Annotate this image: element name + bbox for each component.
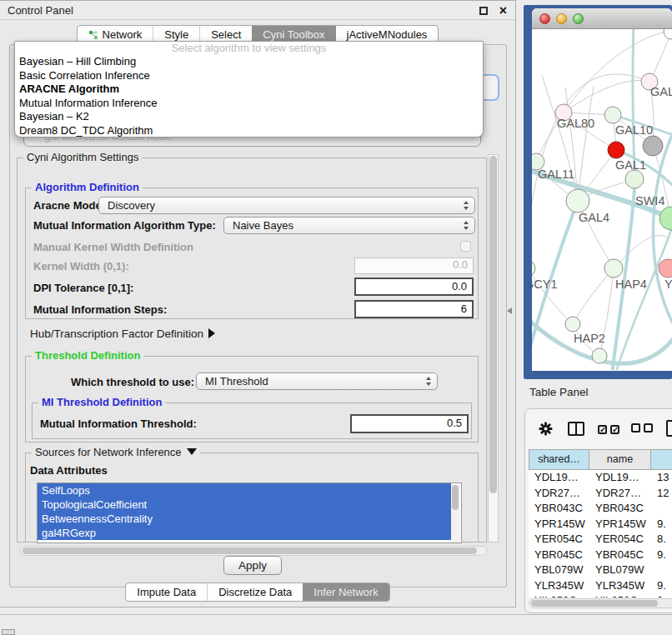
cell: 8. [651, 532, 672, 548]
cell: YDR27… [529, 486, 589, 502]
cell [651, 501, 672, 517]
mi-steps-field[interactable]: 6 [354, 300, 474, 318]
split-columns-icon[interactable] [568, 422, 584, 436]
stepper-arrows-icon [464, 201, 469, 210]
node-label: GAL [650, 85, 672, 98]
list-item[interactable]: BetweennessCentrality [38, 512, 451, 526]
checked-box-icon: ✓ [598, 425, 607, 434]
column-header-third[interactable] [651, 449, 672, 470]
bottom-tab-group: Impute Data Discretize Data Infer Networ… [125, 582, 389, 602]
bottom-left-stub-button[interactable] [2, 629, 15, 635]
node-gray[interactable] [643, 136, 663, 156]
network-canvas[interactable]: GAL GAL80 GAL10 GAL1 GAL11 SWI4 GAL4 GCY… [532, 29, 672, 370]
manual-kernel-checkbox[interactable] [460, 241, 471, 252]
cell: YER054C [529, 532, 589, 548]
table-row[interactable]: YDR27…YDR27…12 [529, 486, 672, 502]
tab-infer-network-label: Infer Network [313, 586, 378, 598]
algorithm-option[interactable]: Bayesian – Hill Climbing [15, 55, 483, 69]
threshold-definition-title: Threshold Definition [32, 350, 143, 362]
settings-horizontal-scrollbar[interactable] [20, 546, 487, 556]
bottom-tabstrip: Impute Data Discretize Data Infer Networ… [0, 582, 515, 602]
node-salmon[interactable] [659, 259, 672, 278]
kernel-width-label: Kernel Width (0,1): [33, 260, 129, 272]
list-item[interactable]: gal4RGexp [38, 526, 451, 540]
table-row[interactable]: YDL19…YDL19…13 [529, 470, 672, 486]
table-hscroll-thumb[interactable] [531, 600, 658, 607]
dpi-tolerance-field[interactable]: 0.0 [354, 278, 474, 296]
node-hap2[interactable] [565, 317, 580, 332]
table-row[interactable]: YLR345WYLR345W9. [529, 578, 672, 594]
zoom-traffic-light-icon[interactable] [573, 13, 584, 24]
table-row[interactable]: YBR043CYBR043C [529, 501, 672, 517]
algorithm-option-selected[interactable]: ARACNE Algorithm [15, 82, 483, 97]
table-body: YDL19…YDL19…13 YDR27…YDR27…12 YBR043CYBR… [529, 470, 672, 598]
close-icon[interactable]: × [499, 2, 507, 20]
table-row[interactable]: YIL052CYIL052C9 [529, 593, 672, 598]
node-gal1-selected[interactable] [608, 142, 624, 158]
tab-infer-network[interactable]: Infer Network [303, 583, 389, 601]
node-bright-green[interactable] [659, 207, 672, 230]
algorithm-option[interactable]: Bayesian – K2 [15, 110, 483, 124]
unchecked-box-icon [631, 423, 640, 432]
settings-hscroll-thumb[interactable] [23, 548, 477, 554]
tab-impute-data[interactable]: Impute Data [126, 583, 207, 601]
checked-box-icon: ✓ [610, 425, 619, 434]
list-item[interactable]: TopologicalCoefficient [38, 498, 451, 512]
cell: YDR27… [589, 486, 651, 502]
cell: YBR043C [529, 501, 589, 517]
node-label: GAL80 [557, 117, 594, 130]
gear-icon[interactable] [539, 422, 553, 436]
stepper-arrows-icon [426, 377, 431, 386]
cell: YBR045C [589, 548, 651, 563]
close-traffic-light-icon[interactable] [539, 13, 550, 24]
cell: YPR145W [529, 517, 589, 532]
node-label: GAL1 [615, 158, 646, 172]
algorithm-dropdown-placeholder: Select algorithm to view settings [15, 42, 483, 55]
list-vertical-scrollbar[interactable] [451, 484, 460, 543]
column-header-name[interactable]: name [589, 449, 651, 470]
node-gcy1[interactable] [532, 260, 535, 277]
aracne-mode-combo[interactable]: Discovery [98, 197, 475, 214]
apply-button[interactable]: Apply [223, 556, 282, 575]
algorithm-option[interactable]: Dream8 DC_TDC Algorithm [15, 124, 483, 138]
table-row[interactable]: YBL079WYBL079W [529, 562, 672, 578]
minimize-traffic-light-icon[interactable] [556, 13, 567, 24]
splitter-collapse-icon[interactable] [507, 308, 512, 314]
node-gal4[interactable] [566, 189, 589, 212]
network-window-titlebar[interactable] [532, 8, 672, 29]
table-horizontal-scrollbar[interactable] [529, 598, 672, 608]
tab-discretize-data[interactable]: Discretize Data [207, 583, 303, 601]
kernel-width-field[interactable]: 0.0 [354, 258, 474, 274]
select-all-checks-icon[interactable]: ✓✓ [598, 421, 623, 436]
node-hap4[interactable] [604, 259, 623, 278]
cell: YLR345W [529, 578, 589, 594]
cell: 9 [651, 593, 672, 598]
list-vscroll-thumb[interactable] [452, 485, 459, 510]
column-header-shared[interactable]: shared… [529, 449, 589, 470]
table-row[interactable]: YBR045CYBR045C9. [529, 548, 672, 563]
hub-definition-toggle[interactable]: Hub/Transcription Factor Definition [30, 328, 215, 340]
hub-definition-label: Hub/Transcription Factor Definition [30, 328, 203, 340]
node[interactable] [664, 29, 672, 39]
algorithm-option[interactable]: Basic Correlation Inference [15, 69, 483, 83]
sources-toggle[interactable]: Sources for Network Inference [32, 447, 200, 458]
float-window-icon[interactable] [479, 7, 488, 15]
mi-type-combo[interactable]: Naive Bayes [223, 217, 475, 234]
table-row[interactable]: YPR145WYPR145W9. [529, 517, 672, 532]
node[interactable] [592, 348, 607, 363]
tab-select-label: Select [211, 28, 241, 41]
deselect-all-checks-icon[interactable] [631, 421, 656, 436]
settings-vertical-scrollbar[interactable] [488, 154, 499, 542]
algorithm-option[interactable]: Mutual Information Inference [15, 97, 483, 111]
node-gal10[interactable] [604, 107, 621, 123]
mi-threshold-field[interactable]: 0.5 [350, 414, 469, 433]
table-row[interactable]: YER054CYER054C8. [529, 532, 672, 548]
cell: 9. [651, 548, 672, 563]
node-label: GCY1 [532, 278, 558, 291]
node-swi4[interactable] [625, 170, 644, 188]
settings-vscroll-thumb[interactable] [489, 156, 497, 493]
which-threshold-combo[interactable]: MI Threshold [196, 372, 438, 390]
tab-cyni-toolbox-label: Cyni Toolbox [263, 28, 324, 41]
document-icon[interactable] [666, 420, 672, 437]
list-item[interactable]: SelfLoops [38, 483, 451, 498]
